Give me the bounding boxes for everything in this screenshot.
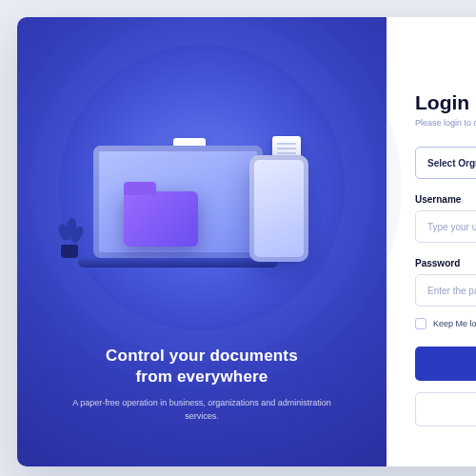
password-field-wrap <box>415 274 476 307</box>
organization-select[interactable]: Select Orgnization t ▾ <box>415 147 476 179</box>
password-label: Password <box>415 258 476 268</box>
hero-illustration <box>78 115 326 296</box>
login-subtitle: Please login to countin <box>415 118 476 128</box>
login-panel: ebadms Login Please login to countin Sel… <box>387 17 476 466</box>
hero-title-line1: Control your documents <box>106 347 298 365</box>
phone-icon <box>249 155 308 262</box>
username-field-wrap <box>415 210 476 243</box>
organization-select-label: Select Orgnization t <box>427 158 476 169</box>
keep-logged-label: Keep Me logged in for 3 <box>433 319 476 328</box>
hero-title: Control your documents from everywhere <box>55 346 348 387</box>
username-input[interactable] <box>427 222 476 232</box>
plant-icon <box>61 245 78 258</box>
username-label: Username <box>415 194 476 205</box>
hero-panel: Control your documents from everywhere A… <box>17 17 387 466</box>
hero-title-line2: from everywhere <box>135 367 268 386</box>
app-window: Control your documents from everywhere A… <box>17 17 476 466</box>
password-input[interactable] <box>427 286 476 296</box>
keep-logged-checkbox[interactable] <box>415 318 426 329</box>
login-button[interactable] <box>415 347 476 381</box>
google-signin-button[interactable]: G <box>415 392 476 426</box>
laptop-base-icon <box>78 258 278 268</box>
folder-icon <box>124 191 198 247</box>
login-title: Login <box>415 91 476 114</box>
hero-subtitle: A paper-free operation in business, orga… <box>55 397 348 423</box>
